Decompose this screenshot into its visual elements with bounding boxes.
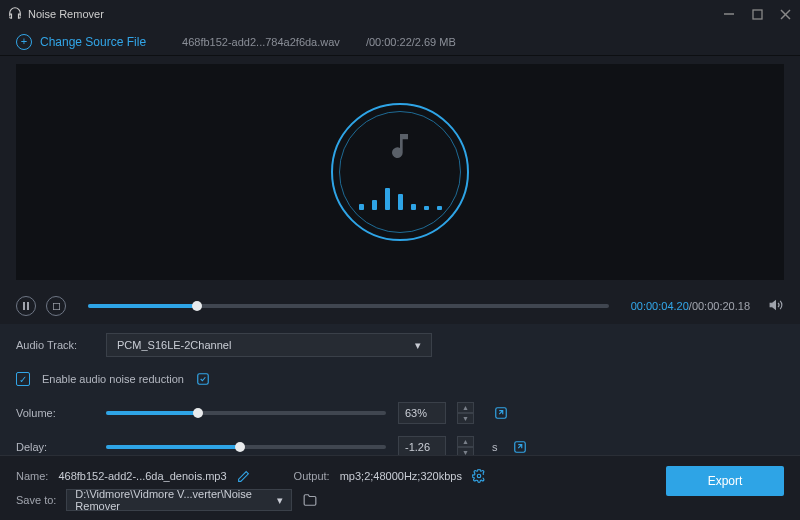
- chevron-down-icon: ▾: [277, 494, 283, 507]
- audio-track-select[interactable]: PCM_S16LE-2Channel ▾: [106, 333, 432, 357]
- delay-unit: s: [492, 441, 498, 453]
- output-format-value: mp3;2;48000Hz;320kbps: [340, 470, 462, 482]
- stop-button[interactable]: [46, 296, 66, 316]
- noise-reduction-label: Enable audio noise reduction: [42, 373, 184, 385]
- name-label: Name:: [16, 470, 48, 482]
- svg-rect-8: [198, 374, 209, 385]
- minimize-icon[interactable]: [722, 7, 736, 21]
- timeline-slider[interactable]: [88, 304, 609, 308]
- music-note-icon: [384, 129, 416, 166]
- audio-visualizer: [331, 103, 469, 241]
- total-time: /00:00:20.18: [689, 300, 750, 312]
- source-filename: 468fb152-add2...784a2f6da.wav: [182, 36, 340, 48]
- noise-settings-icon[interactable]: [196, 372, 210, 386]
- volume-stepper[interactable]: ▲▼: [457, 402, 474, 424]
- change-source-label: Change Source File: [40, 35, 146, 49]
- plus-circle-icon: +: [16, 34, 32, 50]
- output-name-value: 468fb152-add2-...6da_denois.mp3: [58, 470, 226, 482]
- timecode: 00:00:04.20/00:00:20.18: [631, 300, 750, 312]
- app-title-group: Noise Remover: [8, 6, 104, 22]
- svg-rect-5: [27, 302, 29, 310]
- preview-panel: [16, 64, 784, 280]
- save-to-label: Save to:: [16, 494, 56, 506]
- delay-reset-icon[interactable]: [513, 440, 527, 454]
- current-time: 00:00:04.20: [631, 300, 689, 312]
- noise-reduction-checkbox[interactable]: ✓: [16, 372, 30, 386]
- save-path-value: D:\Vidmore\Vidmore V...verter\Noise Remo…: [75, 488, 277, 512]
- edit-name-icon[interactable]: [237, 470, 250, 483]
- save-path-select[interactable]: D:\Vidmore\Vidmore V...verter\Noise Remo…: [66, 489, 292, 511]
- volume-icon[interactable]: [768, 298, 784, 315]
- volume-value-field[interactable]: 63%: [398, 402, 446, 424]
- volume-slider[interactable]: [106, 411, 386, 415]
- export-button[interactable]: Export: [666, 466, 784, 496]
- svg-rect-4: [23, 302, 25, 310]
- svg-marker-7: [770, 300, 775, 308]
- svg-rect-1: [753, 10, 762, 19]
- file-info: 468fb152-add2...784a2f6da.wav /00:00:22/…: [182, 36, 456, 48]
- window-controls: [722, 7, 792, 21]
- pause-button[interactable]: [16, 296, 36, 316]
- app-title: Noise Remover: [28, 8, 104, 20]
- audio-track-label: Audio Track:: [16, 339, 94, 351]
- maximize-icon[interactable]: [750, 7, 764, 21]
- source-fileinfo: /00:00:22/2.69 MB: [366, 36, 456, 48]
- output-label: Output:: [294, 470, 330, 482]
- delay-slider[interactable]: [106, 445, 386, 449]
- close-icon[interactable]: [778, 7, 792, 21]
- equalizer-icon: [359, 188, 442, 210]
- delay-label: Delay:: [16, 441, 94, 453]
- volume-reset-icon[interactable]: [494, 406, 508, 420]
- titlebar: Noise Remover: [0, 0, 800, 28]
- svg-rect-6: [53, 303, 60, 310]
- footer: Name: 468fb152-add2-...6da_denois.mp3 Ou…: [0, 455, 800, 520]
- volume-label: Volume:: [16, 407, 94, 419]
- output-settings-icon[interactable]: [472, 469, 486, 483]
- audio-track-value: PCM_S16LE-2Channel: [117, 339, 231, 351]
- change-source-button[interactable]: + Change Source File: [16, 34, 146, 50]
- svg-point-11: [477, 474, 481, 478]
- open-folder-icon[interactable]: [302, 493, 318, 507]
- chevron-down-icon: ▾: [415, 339, 421, 352]
- playback-bar: 00:00:04.20/00:00:20.18: [0, 288, 800, 324]
- toolbar: + Change Source File 468fb152-add2...784…: [0, 28, 800, 56]
- app-logo-icon: [8, 6, 22, 22]
